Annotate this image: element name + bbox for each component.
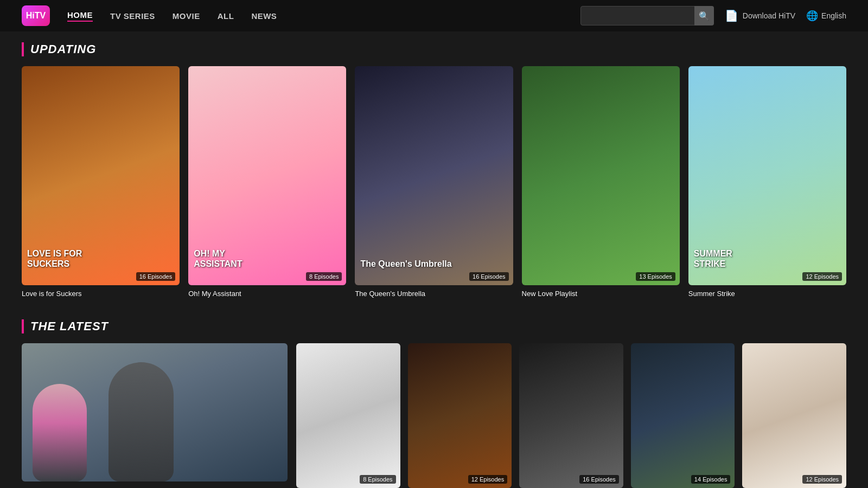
episode-badge: 12 Episodes bbox=[802, 272, 842, 281]
latest-show-card[interactable]: 12 Episodes Not Others bbox=[742, 343, 846, 488]
episode-badge: 12 Episodes bbox=[468, 475, 508, 484]
search-button[interactable]: 🔍 bbox=[694, 6, 714, 25]
show-title: The Queen's Umbrella bbox=[355, 290, 513, 298]
latest-show-card[interactable]: 12 Episodes Arthdal Chronicles: The Swor… bbox=[408, 343, 512, 488]
show-thumb: 13 Episodes bbox=[522, 66, 680, 285]
latest-grid: 8 Episodes Bump Up Business 12 Episodes … bbox=[296, 343, 846, 488]
search-container: 🔍 bbox=[580, 6, 714, 25]
show-thumb: OH! MYASSISTANT 8 Episodes bbox=[188, 66, 346, 285]
latest-show-card[interactable]: 14 Episodes Longing for You bbox=[631, 343, 735, 488]
episode-badge: 14 Episodes bbox=[691, 475, 731, 484]
updating-show-card[interactable]: OH! MYASSISTANT 8 Episodes Oh! My Assist… bbox=[188, 66, 346, 298]
latest-show-card[interactable]: 16 Episodes Delightfully Deceitful bbox=[519, 343, 623, 488]
latest-thumb: 8 Episodes bbox=[296, 343, 400, 487]
logo[interactable]: HiTV bbox=[22, 5, 50, 26]
latest-thumb: 16 Episodes bbox=[519, 343, 623, 487]
nav-tv-series[interactable]: TV SERIES bbox=[110, 11, 155, 21]
show-overlay: LOVE IS FORSUCKERS bbox=[27, 248, 174, 269]
latest-layout: The Day Kim Myung Joon is a poor man wit… bbox=[22, 343, 846, 488]
episode-badge: 12 Episodes bbox=[802, 475, 842, 484]
updating-header: UPDATING bbox=[22, 42, 846, 56]
download-icon: 📄 bbox=[725, 9, 738, 22]
latest-header: THE LATEST bbox=[22, 319, 846, 333]
nav-movie[interactable]: MOVIE bbox=[173, 11, 200, 21]
updating-show-card[interactable]: 13 Episodes New Love Playlist bbox=[522, 66, 680, 298]
updating-show-card[interactable]: The Queen's Umbrella 16 Episodes The Que… bbox=[355, 66, 513, 298]
show-title: Summer Strike bbox=[688, 290, 846, 298]
latest-title: THE LATEST bbox=[22, 319, 108, 333]
episode-badge: 8 Episodes bbox=[360, 475, 395, 484]
updating-show-card[interactable]: SUMMERSTRIKE 12 Episodes Summer Strike bbox=[688, 66, 846, 298]
header: HiTV HOME TV SERIES MOVIE ALL NEWS 🔍 📄 D… bbox=[0, 0, 868, 31]
updating-show-card[interactable]: LOVE IS FORSUCKERS 16 Episodes Love is f… bbox=[22, 66, 180, 298]
show-thumb: The Queen's Umbrella 16 Episodes bbox=[355, 66, 513, 285]
show-title: Oh! My Assistant bbox=[188, 290, 346, 298]
latest-section: THE LATEST The Day Kim Myung Joon is a p… bbox=[22, 319, 846, 488]
latest-featured[interactable]: The Day Kim Myung Joon is a poor man wit… bbox=[22, 343, 288, 488]
updating-section: UPDATING LOVE IS FORSUCKERS 16 Episodes … bbox=[22, 42, 846, 298]
show-thumb: LOVE IS FORSUCKERS 16 Episodes bbox=[22, 66, 180, 285]
download-hitv-button[interactable]: 📄 Download HiTV bbox=[725, 9, 795, 22]
episode-badge: 13 Episodes bbox=[636, 272, 675, 281]
updating-grid: LOVE IS FORSUCKERS 16 Episodes Love is f… bbox=[22, 66, 846, 298]
updating-title: UPDATING bbox=[22, 42, 96, 56]
show-title: Love is for Suckers bbox=[22, 290, 180, 298]
nav-all[interactable]: ALL bbox=[218, 11, 234, 21]
globe-icon: 🌐 bbox=[806, 10, 818, 22]
latest-thumb: 12 Episodes bbox=[742, 343, 846, 487]
nav-home[interactable]: HOME bbox=[67, 10, 93, 22]
header-right: 🔍 📄 Download HiTV 🌐 English bbox=[580, 6, 846, 25]
episode-badge: 16 Episodes bbox=[136, 272, 176, 281]
show-overlay: OH! MYASSISTANT bbox=[194, 248, 341, 269]
featured-thumb bbox=[22, 343, 288, 481]
language-selector[interactable]: 🌐 English bbox=[806, 10, 846, 22]
main-content: UPDATING LOVE IS FORSUCKERS 16 Episodes … bbox=[0, 31, 868, 488]
episode-badge: 16 Episodes bbox=[579, 475, 619, 484]
show-title: New Love Playlist bbox=[522, 290, 680, 298]
episode-badge: 16 Episodes bbox=[469, 272, 509, 281]
show-thumb: SUMMERSTRIKE 12 Episodes bbox=[688, 66, 846, 285]
latest-thumb: 12 Episodes bbox=[408, 343, 512, 487]
nav-news[interactable]: NEWS bbox=[251, 11, 277, 21]
latest-thumb: 14 Episodes bbox=[631, 343, 735, 487]
search-input[interactable] bbox=[586, 11, 694, 20]
episode-badge: 8 Episodes bbox=[306, 272, 342, 281]
main-nav: HOME TV SERIES MOVIE ALL NEWS bbox=[67, 10, 277, 22]
show-overlay: SUMMERSTRIKE bbox=[694, 248, 841, 269]
show-overlay: The Queen's Umbrella bbox=[360, 259, 507, 269]
latest-show-card[interactable]: 8 Episodes Bump Up Business bbox=[296, 343, 400, 488]
search-bar bbox=[580, 6, 700, 25]
